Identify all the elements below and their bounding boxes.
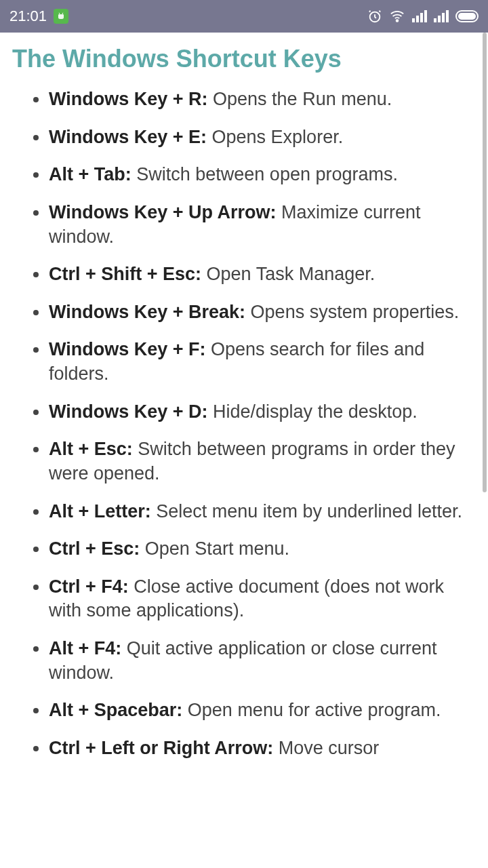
shortcut-key: Ctrl + Shift + Esc:: [49, 264, 201, 284]
shortcut-key: Windows Key + D:: [49, 401, 208, 422]
list-item: Alt + Esc: Switch between programs in or…: [49, 437, 472, 486]
shortcut-desc: Hide/display the desktop.: [208, 401, 418, 422]
list-item: Alt + Spacebar: Open menu for active pro…: [49, 698, 472, 723]
svg-rect-2: [59, 15, 64, 18]
shortcut-desc: Opens system properties.: [245, 302, 459, 322]
list-item: Ctrl + Left or Right Arrow: Move cursor: [49, 736, 472, 761]
shortcut-key: Windows Key + Up Arrow:: [49, 202, 277, 222]
shortcut-key: Windows Key + R:: [49, 89, 208, 109]
signal-icon-1: [412, 10, 427, 22]
shortcut-desc: Opens Explorer.: [207, 127, 343, 147]
list-item: Alt + F4: Quit active application or clo…: [49, 637, 472, 685]
shortcut-key: Windows Key + E:: [49, 127, 207, 147]
wifi-icon: [389, 9, 405, 24]
status-right: [367, 9, 479, 24]
shortcut-key: Alt + F4:: [49, 638, 121, 658]
shortcut-list: Windows Key + R: Opens the Run menu. Win…: [12, 87, 476, 761]
svg-point-4: [396, 20, 399, 22]
shortcut-key: Alt + Esc:: [49, 439, 133, 459]
article-content[interactable]: The Windows Shortcut Keys Windows Key + …: [0, 33, 488, 868]
list-item: Ctrl + Shift + Esc: Open Task Manager.: [49, 262, 472, 287]
shortcut-key: Alt + Spacebar:: [49, 700, 182, 720]
list-item: Windows Key + Up Arrow: Maximize current…: [49, 201, 472, 249]
list-item: Ctrl + F4: Close active document (does n…: [49, 575, 472, 623]
shortcut-key: Windows Key + Break:: [49, 302, 245, 322]
list-item: Alt + Tab: Switch between open programs.: [49, 163, 472, 187]
battery-icon: [455, 10, 479, 22]
list-item: Windows Key + F: Opens search for files …: [49, 338, 472, 386]
alarm-icon: [367, 9, 382, 24]
shortcut-key: Alt + Letter:: [49, 501, 151, 521]
shortcut-desc: Open Start menu.: [140, 538, 289, 559]
shortcut-desc: Open menu for active program.: [182, 700, 441, 720]
shortcut-key: Ctrl + Left or Right Arrow:: [49, 738, 273, 758]
list-item: Alt + Letter: Select menu item by underl…: [49, 500, 472, 524]
list-item: Windows Key + Break: Opens system proper…: [49, 300, 472, 325]
shortcut-key: Ctrl + F4:: [49, 576, 129, 597]
page-title: The Windows Shortcut Keys: [12, 43, 476, 74]
list-item: Windows Key + R: Opens the Run menu.: [49, 87, 472, 112]
shortcut-desc: Move cursor: [273, 738, 379, 758]
android-robot-icon: [54, 9, 68, 24]
status-bar: 21:01: [0, 0, 488, 33]
shortcut-desc: Opens the Run menu.: [208, 89, 392, 109]
list-item: Ctrl + Esc: Open Start menu.: [49, 537, 472, 561]
status-time: 21:01: [9, 7, 47, 25]
shortcut-key: Ctrl + Esc:: [49, 538, 140, 559]
list-item: Windows Key + E: Opens Explorer.: [49, 125, 472, 150]
shortcut-key: Alt + Tab:: [49, 164, 131, 184]
list-item: Windows Key + D: Hide/display the deskto…: [49, 400, 472, 425]
shortcut-desc: Open Task Manager.: [201, 264, 375, 284]
scrollbar-thumb[interactable]: [483, 33, 487, 492]
shortcut-key: Windows Key + F:: [49, 339, 206, 359]
shortcut-desc: Switch between open programs.: [131, 164, 398, 184]
signal-icon-2: [434, 10, 449, 22]
shortcut-desc: Select menu item by underlined letter.: [151, 501, 462, 521]
status-left: 21:01: [9, 7, 68, 25]
